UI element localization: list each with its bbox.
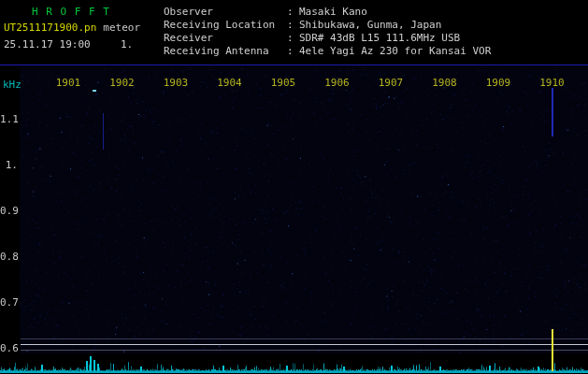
level-spike	[222, 366, 224, 371]
freq-tick-0.8: 0.8	[0, 251, 18, 263]
info-row-receiving-location: Receiving Location:Shibukawa, Gunma, Jap…	[164, 19, 491, 32]
time-tick-1901: 1901	[55, 77, 81, 89]
app-title: H R O F F T	[32, 6, 110, 18]
freq-tick-1.: 1.	[0, 159, 18, 171]
level-spike	[97, 364, 99, 371]
level-spike	[90, 356, 92, 371]
freq-axis-unit: kHz	[3, 79, 22, 91]
info-label: Receiving Antenna	[164, 45, 287, 57]
info-label: Receiver	[164, 32, 287, 44]
info-colon: :	[287, 32, 299, 44]
level-spike	[286, 366, 288, 371]
info-value: SDR# 43dB L15 111.6MHz USB	[299, 32, 460, 44]
time-tick-1907: 1907	[378, 77, 404, 89]
freq-tick-0.9: 0.9	[0, 205, 18, 217]
faint-trace-1901	[103, 113, 104, 150]
carrier-line-lower	[21, 350, 588, 351]
time-tick-1902: 1902	[109, 77, 136, 89]
level-spike	[489, 366, 491, 371]
receiver-info: Observer:Masaki KanoReceiving Location:S…	[164, 6, 491, 58]
info-colon: :	[287, 6, 299, 18]
time-tick-1908: 1908	[432, 77, 458, 89]
page-indicator: 1.	[121, 38, 133, 50]
datetime-label: 25.11.17 19:00	[4, 38, 91, 50]
level-spike	[343, 367, 345, 371]
info-row-observer: Observer:Masaki Kano	[164, 6, 491, 19]
level-spike	[140, 367, 142, 371]
station-name: meteor	[103, 22, 140, 34]
freq-tick-0.7: 0.7	[0, 296, 18, 309]
info-row-receiving-antenna: Receiving Antenna:4ele Yagi Az 230 for K…	[164, 45, 491, 58]
time-tick-1904: 1904	[217, 77, 243, 89]
level-spike	[86, 361, 88, 371]
info-value: Shibukawa, Gunma, Japan	[299, 19, 441, 31]
header-separator	[0, 65, 588, 65]
time-tick-1906: 1906	[324, 77, 351, 89]
level-spike	[41, 365, 43, 371]
carrier-line-upper	[21, 338, 588, 339]
level-spike	[552, 352, 553, 371]
level-spike	[391, 366, 393, 371]
level-spike	[93, 360, 95, 371]
freq-tick-1.1: 1.1	[0, 113, 18, 125]
level-baseline	[0, 371, 588, 373]
time-tick-1903: 1903	[163, 77, 189, 89]
high-band-streak	[552, 88, 553, 137]
level-spike	[439, 367, 441, 371]
info-value: Masaki Kano	[299, 6, 367, 18]
noise-speck	[93, 90, 96, 92]
filename-line: UT2511171900.pnmeteor	[4, 22, 140, 34]
level-spike	[538, 367, 539, 371]
filename-text: UT2511171900.pn	[4, 22, 96, 34]
info-value: 4ele Yagi Az 230 for Kansai VOR	[299, 45, 491, 57]
info-colon: :	[287, 19, 299, 31]
freq-tick-0.6: 0.6	[0, 342, 18, 354]
hrofft-screenshot: H R O F F T UT2511171900.pnmeteor 25.11.…	[0, 0, 588, 374]
time-tick-1905: 1905	[270, 77, 296, 89]
info-row-receiver: Receiver:SDR# 43dB L15 111.6MHz USB	[164, 32, 491, 45]
info-label: Observer	[164, 6, 287, 18]
carrier-line-main	[21, 344, 588, 345]
info-label: Receiving Location	[164, 19, 287, 31]
time-tick-1909: 1909	[485, 77, 511, 89]
info-colon: :	[287, 45, 299, 57]
